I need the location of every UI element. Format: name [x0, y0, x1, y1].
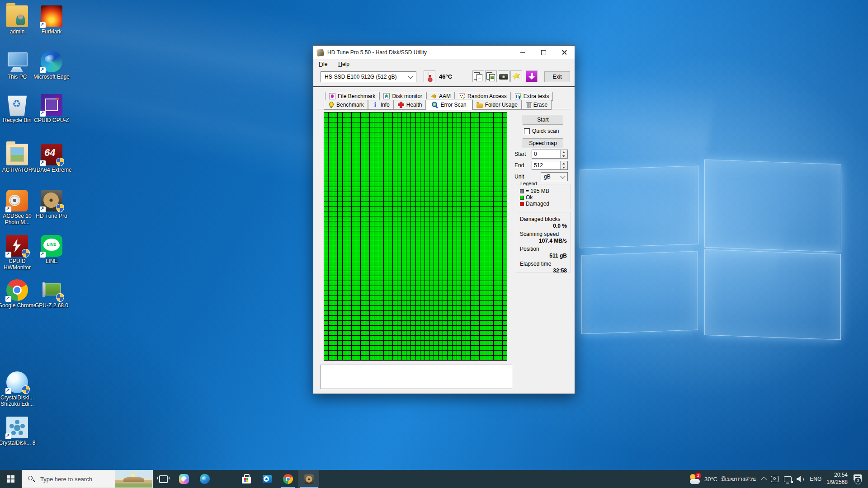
- screenshot-gallery-button[interactable]: [510, 70, 522, 82]
- update-button[interactable]: [526, 70, 538, 82]
- minimize-button[interactable]: [512, 46, 533, 59]
- menu-help[interactable]: Help: [338, 61, 349, 67]
- temperature-value: 46°C: [439, 73, 452, 80]
- scan-block: [494, 216, 498, 221]
- taskbar-search[interactable]: [22, 470, 153, 488]
- scan-block: [439, 221, 443, 226]
- tray-expand-icon[interactable]: [761, 477, 767, 483]
- scan-block: [329, 266, 333, 271]
- drive-selector[interactable]: HS-SSD-E100 512G (512 gB): [321, 71, 416, 82]
- close-button[interactable]: [554, 46, 575, 59]
- notification-center[interactable]: 3: [853, 474, 863, 483]
- scan-block: [448, 216, 452, 221]
- tab-disk-monitor[interactable]: Disk monitor: [379, 92, 426, 101]
- search-input[interactable]: [39, 475, 115, 483]
- range-end-field[interactable]: 512: [532, 161, 568, 170]
- scan-block: [494, 246, 498, 251]
- scan-block: [384, 142, 388, 147]
- weather-widget[interactable]: 2 30°C มีเมฆบางส่วน: [689, 474, 757, 484]
- scan-block: [439, 306, 443, 310]
- start-button[interactable]: [0, 470, 22, 488]
- scan-block: [425, 246, 429, 251]
- scan-block: [347, 172, 351, 177]
- camera-tray-icon[interactable]: [771, 476, 779, 482]
- scan-block: [329, 157, 333, 162]
- range-end-spinner[interactable]: [560, 161, 567, 169]
- scan-block: [356, 311, 360, 315]
- scan-block: [439, 162, 443, 167]
- scan-block: [406, 157, 410, 162]
- quick-scan-checkbox[interactable]: [524, 128, 530, 134]
- tab-file-benchmark[interactable]: File Benchmark: [325, 92, 379, 101]
- taskbar-app-chrome[interactable]: [278, 470, 298, 488]
- scan-block: [406, 127, 410, 132]
- scan-block: [439, 316, 443, 320]
- tab-folder-usage[interactable]: Folder Usage: [472, 100, 522, 110]
- scan-block: [370, 202, 374, 206]
- range-start-spinner[interactable]: [560, 150, 567, 158]
- scan-block: [475, 356, 479, 360]
- desktop-icon-crystalmark[interactable]: CrystalDisk... 8: [0, 417, 39, 446]
- scan-block: [397, 251, 401, 256]
- desktop-icon-cpuz[interactable]: CPUID CPU-Z: [30, 94, 73, 123]
- window-titlebar[interactable]: HD Tune Pro 5.50 - Hard Disk/SSD Utility: [313, 46, 575, 59]
- maximize-button[interactable]: [533, 46, 554, 59]
- tab-error-scan[interactable]: Error Scan: [426, 99, 472, 110]
- scan-block: [347, 182, 351, 187]
- tab-info[interactable]: Info: [368, 100, 394, 110]
- unit-selector[interactable]: gB: [541, 172, 568, 181]
- scan-block: [406, 221, 410, 226]
- network-icon[interactable]: [784, 476, 792, 482]
- temperature-button[interactable]: [424, 70, 435, 82]
- scan-block: [388, 341, 392, 345]
- scan-block: [457, 137, 461, 142]
- tab-extra-tests[interactable]: Extra tests: [511, 92, 553, 101]
- spin-down-icon[interactable]: [561, 154, 567, 158]
- shortcut-arrow-icon: [5, 296, 11, 302]
- volume-icon[interactable]: [797, 476, 805, 482]
- scan-block: [489, 182, 493, 187]
- scan-block: [420, 281, 425, 286]
- taskbar-app-file-explorer[interactable]: [215, 470, 236, 488]
- taskbar-app-copilot[interactable]: [174, 470, 194, 488]
- scan-block: [343, 286, 347, 291]
- range-start-field[interactable]: 0: [532, 150, 568, 159]
- tab-erase[interactable]: Erase: [522, 100, 552, 110]
- start-scan-button[interactable]: Start: [523, 115, 563, 125]
- desktop-icon-edge[interactable]: Microsoft Edge: [30, 51, 73, 80]
- taskbar-app-hdtune[interactable]: [298, 470, 319, 488]
- exit-button[interactable]: Exit: [544, 71, 570, 82]
- taskbar-app-task-view[interactable]: [153, 470, 174, 488]
- spin-up-icon[interactable]: [561, 150, 567, 154]
- desktop-icon-aida64[interactable]: AIDA64 Extreme: [30, 144, 73, 173]
- scan-block: [475, 137, 479, 142]
- scan-block: [343, 167, 347, 172]
- desktop-icon-line[interactable]: LINE: [30, 235, 73, 264]
- copy-text-button[interactable]: [472, 70, 484, 82]
- scan-block: [388, 197, 392, 202]
- scan-block: [347, 167, 351, 172]
- desktop-icon-gpuz[interactable]: GPU-Z.2.68.0: [30, 279, 73, 309]
- desktop-icon-crystalinfo[interactable]: CrystalDiskI... Shizuku Edi...: [0, 371, 39, 408]
- taskbar-app-store[interactable]: [236, 470, 257, 488]
- tab-health[interactable]: Health: [394, 100, 426, 110]
- screenshot-button[interactable]: [498, 70, 509, 82]
- spin-up-icon[interactable]: [561, 161, 567, 165]
- scan-block: [333, 286, 337, 291]
- scan-block: [420, 306, 425, 310]
- scan-block: [498, 236, 502, 241]
- taskbar-app-edge[interactable]: [194, 470, 215, 488]
- copy-image-button[interactable]: [485, 70, 497, 82]
- scan-block: [411, 226, 415, 231]
- desktop-icon-furmark[interactable]: FurMark: [30, 5, 73, 35]
- language-indicator[interactable]: ENG: [810, 476, 821, 482]
- search-daily-image[interactable]: [115, 470, 152, 488]
- scan-block: [434, 266, 438, 271]
- speed-map-button[interactable]: Speed map: [523, 138, 563, 148]
- spin-down-icon[interactable]: [561, 165, 567, 169]
- menu-file[interactable]: File: [319, 61, 327, 67]
- taskbar-clock[interactable]: 20:54 1/9/2568: [826, 472, 848, 486]
- tab-benchmark[interactable]: Benchmark: [324, 100, 368, 110]
- taskbar-app-outlook[interactable]: [257, 470, 278, 488]
- desktop-icon-hdtune[interactable]: HD Tune Pro: [30, 190, 73, 219]
